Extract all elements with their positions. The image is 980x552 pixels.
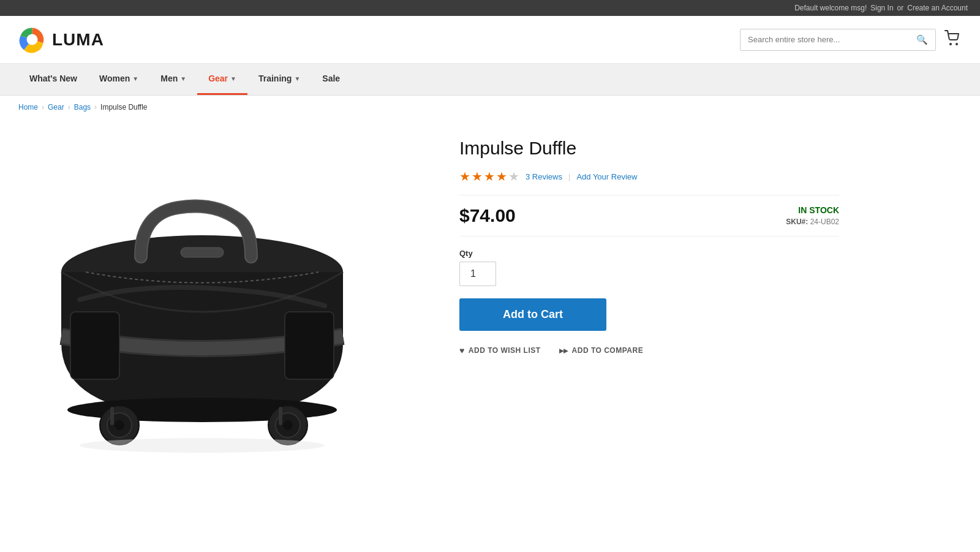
logo-link[interactable]: LUMA [18,26,104,53]
breadcrumb-gear[interactable]: Gear [48,103,64,112]
add-review-link[interactable]: Add Your Review [576,172,637,181]
nav-item-men[interactable]: Men ▼ [149,64,197,95]
search-icon: 🔍 [916,34,928,45]
cart-icon [944,32,962,49]
star-4: ★ [496,169,507,184]
chevron-down-icon: ▼ [132,75,138,82]
chevron-down-icon: ▼ [230,75,236,82]
product-image-svg [24,140,380,465]
welcome-message: Default welcome msg! [794,4,867,12]
product-price: $74.00 [459,205,516,226]
chevron-down-icon: ▼ [294,75,300,82]
header: LUMA 🔍 [0,16,980,64]
star-rating: ★ ★ ★ ★ ★ [459,169,519,184]
nav-item-training[interactable]: Training ▼ [247,64,311,95]
add-to-wishlist-link[interactable]: ♥ ADD TO WISH LIST [459,346,541,355]
svg-rect-16 [279,407,282,425]
create-account-link[interactable]: Create an Account [907,4,968,12]
breadcrumb-current: Impulse Duffle [100,103,147,112]
svg-point-1 [27,34,38,45]
add-to-compare-link[interactable]: ▸▸ ADD TO COMPARE [559,346,644,355]
cart-button[interactable] [944,30,962,50]
qty-label: Qty [459,249,839,258]
price-stock-row: $74.00 IN STOCK SKU#: 24-UB02 [459,195,839,236]
product-title: Impulse Duffle [459,137,839,159]
nav-item-gear[interactable]: Gear ▼ [197,64,247,95]
qty-section: Qty [459,249,839,286]
secondary-actions: ♥ ADD TO WISH LIST ▸▸ ADD TO COMPARE [459,346,839,355]
svg-rect-7 [285,312,334,379]
search-button[interactable]: 🔍 [909,29,935,50]
svg-rect-15 [110,407,114,425]
chevron-down-icon: ▼ [180,75,186,82]
sku-value: 24-UB02 [810,217,839,226]
top-bar: Default welcome msg! Sign In or Create a… [0,0,980,16]
breadcrumb-separator: › [94,103,97,112]
stock-sku: IN STOCK SKU#: 24-UB02 [786,205,839,226]
review-separator: | [568,172,570,181]
or-separator: or [897,4,904,12]
breadcrumb-separator: › [68,103,70,112]
signin-link[interactable]: Sign In [870,4,893,12]
svg-point-14 [283,420,293,430]
breadcrumb: Home › Gear › Bags › Impulse Duffle [0,96,980,119]
nav-item-whats-new[interactable]: What's New [18,64,88,95]
product-image [18,131,386,474]
breadcrumb-home[interactable]: Home [18,103,38,112]
stock-status: IN STOCK [786,205,839,215]
add-to-cart-button[interactable]: Add to Cart [459,298,606,331]
breadcrumb-bags[interactable]: Bags [74,103,91,112]
svg-point-11 [115,420,124,430]
product-details: Impulse Duffle ★ ★ ★ ★ ★ 3 Reviews | Add… [459,131,839,474]
sku: SKU#: 24-UB02 [786,217,839,226]
star-5: ★ [508,169,519,184]
breadcrumb-separator: › [42,103,44,112]
star-2: ★ [472,169,483,184]
svg-point-18 [80,438,325,453]
star-3: ★ [484,169,495,184]
heart-icon: ♥ [459,346,465,355]
header-right: 🔍 [740,29,962,51]
rating-row: ★ ★ ★ ★ ★ 3 Reviews | Add Your Review [459,169,839,184]
qty-input[interactable] [459,262,496,286]
main-nav: What's New Women ▼ Men ▼ Gear ▼ Training… [0,64,980,96]
search-input[interactable] [741,30,909,49]
product-image-area [18,131,435,474]
nav-item-women[interactable]: Women ▼ [88,64,149,95]
svg-point-3 [956,43,958,45]
reviews-link[interactable]: 3 Reviews [526,172,562,181]
star-1: ★ [459,169,470,184]
logo-text: LUMA [52,30,104,50]
svg-point-2 [949,43,952,45]
svg-rect-17 [181,248,224,257]
logo-icon [18,26,46,53]
sku-label: SKU#: [786,217,808,226]
compare-icon: ▸▸ [559,346,568,355]
product-page: Impulse Duffle ★ ★ ★ ★ ★ 3 Reviews | Add… [0,119,858,499]
svg-rect-6 [70,312,119,379]
nav-item-sale[interactable]: Sale [311,64,351,95]
search-bar: 🔍 [740,29,936,51]
